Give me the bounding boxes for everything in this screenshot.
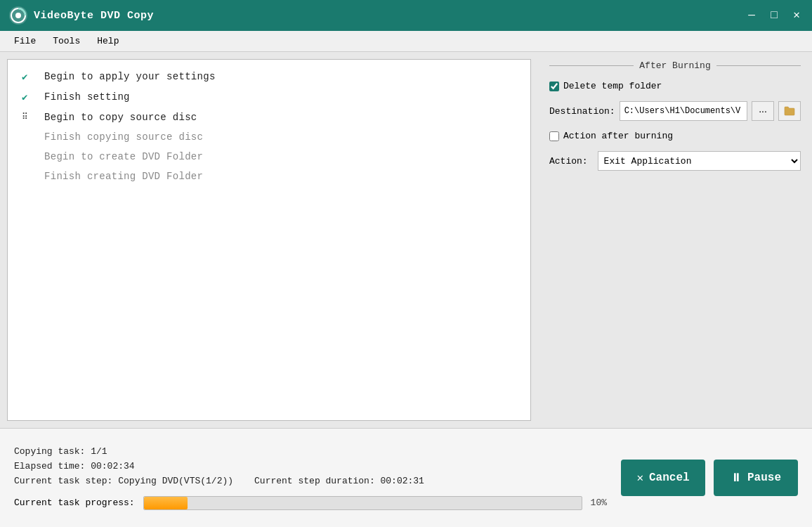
log-text: Finish setting	[44, 91, 130, 103]
list-item: Begin to create DVD Folder	[22, 151, 516, 162]
title-bar: VideoByte DVD Copy — □ ✕	[0, 0, 812, 31]
destination-row: Destination: ···	[549, 101, 801, 121]
action-buttons: ✕ Cancel ⏸ Pause	[621, 460, 798, 496]
progress-bar	[143, 496, 582, 510]
settings-panel: After Burning Delete temp folder Destina…	[538, 52, 812, 428]
svg-point-2	[15, 13, 21, 18]
action-after-burning-label: Action after burning	[563, 131, 673, 141]
browse-button[interactable]: ···	[752, 101, 774, 121]
action-select[interactable]: Exit Application Shut Down Hibernate Sta…	[598, 151, 801, 171]
progress-label: Current task progress:	[14, 497, 135, 508]
list-item: ✔ Begin to apply your settings	[22, 71, 516, 83]
status-info: Copying task: 1/1 Elapsed time: 00:02:34…	[14, 446, 607, 510]
window-controls: — □ ✕	[745, 10, 804, 21]
list-item: ⠿ Begin to copy source disc	[22, 112, 516, 123]
action-after-burning-checkbox[interactable]	[549, 131, 559, 141]
log-text: Begin to copy source disc	[44, 112, 197, 123]
destination-input[interactable]	[620, 101, 747, 121]
folder-button[interactable]	[778, 101, 801, 121]
action-select-row: Action: Exit Application Shut Down Hiber…	[549, 151, 801, 171]
section-line-right	[716, 65, 801, 66]
cancel-label: Cancel	[649, 471, 690, 484]
pause-button[interactable]: ⏸ Pause	[714, 460, 798, 496]
folder-icon	[784, 106, 795, 116]
copying-task-label: Copying task: 1/1	[14, 446, 607, 457]
delete-temp-checkbox[interactable]	[549, 82, 559, 91]
menu-tools[interactable]: Tools	[44, 33, 89, 49]
delete-temp-label: Delete temp folder	[563, 81, 662, 91]
close-button[interactable]: ✕	[790, 10, 804, 21]
progress-percent: 10%	[591, 497, 607, 508]
check-icon: ✔	[22, 91, 39, 103]
log-text: Begin to apply your settings	[44, 71, 216, 82]
pause-label: Pause	[747, 471, 781, 484]
pause-icon: ⏸	[731, 471, 742, 485]
task-step-row: Current task step: Copying DVD(VTS(1/2))…	[14, 476, 607, 490]
menu-file[interactable]: File	[6, 33, 44, 49]
section-header: After Burning	[549, 60, 801, 71]
section-line-left	[549, 65, 634, 66]
main-area: ✔ Begin to apply your settings ✔ Finish …	[0, 52, 812, 428]
current-step-duration-label: Current step duration: 00:02:31	[254, 476, 424, 486]
cancel-icon: ✕	[636, 471, 643, 485]
log-text: Finish creating DVD Folder	[44, 171, 203, 182]
list-item: Finish creating DVD Folder	[22, 171, 516, 182]
maximize-button[interactable]: □	[767, 10, 781, 21]
check-icon: ✔	[22, 71, 39, 83]
cancel-button[interactable]: ✕ Cancel	[621, 460, 705, 496]
list-item: Finish copying source disc	[22, 131, 516, 143]
delete-temp-row: Delete temp folder	[549, 81, 801, 91]
log-text: Finish copying source disc	[44, 131, 203, 143]
action-after-burning-row: Action after burning	[549, 131, 801, 141]
status-bar: Copying task: 1/1 Elapsed time: 00:02:34…	[0, 428, 812, 527]
destination-label: Destination:	[549, 106, 615, 117]
menu-bar: File Tools Help	[0, 31, 812, 52]
minimize-button[interactable]: —	[745, 10, 759, 21]
list-item: ✔ Finish setting	[22, 91, 516, 103]
app-logo	[8, 6, 28, 25]
log-text: Begin to create DVD Folder	[44, 151, 203, 162]
progress-bar-fill	[144, 497, 188, 509]
spinner-icon: ⠿	[22, 112, 39, 122]
action-field-label: Action:	[549, 156, 588, 167]
progress-row: Current task progress: 10%	[14, 496, 607, 510]
section-title: After Burning	[634, 60, 716, 71]
current-task-step-label: Current task step: Copying DVD(VTS(1/2))	[14, 476, 233, 486]
log-panel: ✔ Begin to apply your settings ✔ Finish …	[7, 59, 531, 421]
app-title: VideoByte DVD Copy	[34, 10, 745, 22]
elapsed-time-label: Elapsed time: 00:02:34	[14, 461, 607, 471]
menu-help[interactable]: Help	[89, 33, 127, 49]
